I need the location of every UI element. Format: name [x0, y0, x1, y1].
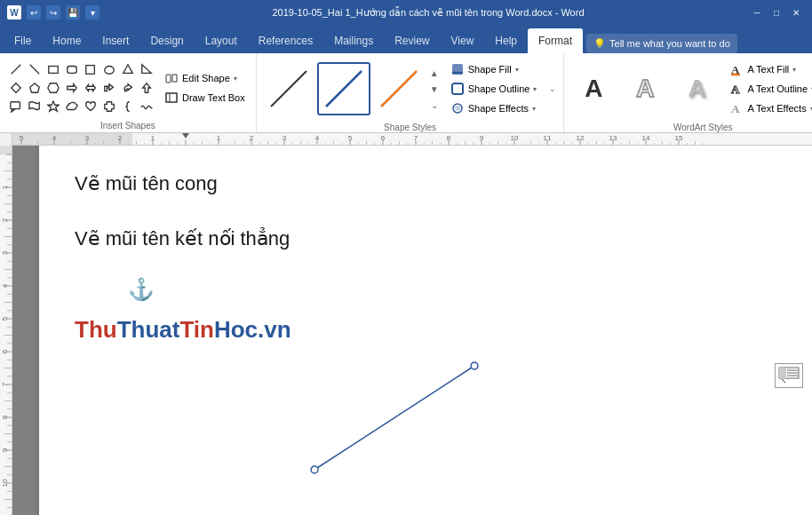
window-title: 2019-10-05_Hai 1_Hướng dẫn cách vẽ mũi t… — [108, 7, 748, 19]
svg-marker-7 — [142, 65, 152, 74]
shape-snip-rect[interactable] — [82, 60, 100, 78]
shape-line[interactable] — [7, 60, 25, 78]
style-sample-1[interactable] — [262, 62, 315, 115]
shape-wave-callout[interactable] — [26, 98, 44, 115]
shape-styles-expand[interactable]: ⌄ — [547, 83, 558, 94]
shape-right-triangle[interactable] — [138, 60, 155, 78]
style-more[interactable]: ⌄ — [427, 98, 442, 112]
tab-view[interactable]: View — [441, 28, 485, 53]
shape-arrow[interactable] — [63, 79, 81, 97]
svg-marker-15 — [12, 109, 15, 113]
insert-shapes-label: Insert Shapes — [100, 119, 155, 131]
shape-star[interactable] — [44, 98, 62, 115]
shape-up-arrow[interactable] — [138, 79, 155, 97]
svg-text:7: 7 — [414, 134, 418, 142]
shape-cross[interactable] — [100, 98, 118, 115]
tab-home[interactable]: Home — [42, 28, 92, 53]
svg-marker-11 — [68, 84, 77, 92]
insert-shapes-content: Edit Shape ▾ Draw Text Box — [5, 57, 251, 119]
shape-outline-btn[interactable]: Shape Outline ▾ — [445, 80, 543, 98]
text-fill-btn[interactable]: A A Text Fill ▾ — [724, 60, 812, 78]
tab-format[interactable]: Format — [528, 28, 583, 53]
save-icon[interactable]: 💾 — [66, 5, 80, 20]
title-bar-icons: W ↩ ↪ 💾 ▾ — [7, 5, 100, 20]
svg-text:4: 4 — [1, 283, 9, 288]
svg-rect-14 — [11, 102, 20, 109]
shape-rounded-rect[interactable] — [63, 60, 81, 78]
tab-layout[interactable]: Layout — [195, 28, 248, 53]
tab-mailings[interactable]: Mailings — [323, 28, 384, 53]
page-content: Vẽ mũi tên cong Vẽ mũi tên kết nối thẳng… — [39, 146, 812, 397]
svg-text:6: 6 — [1, 349, 9, 353]
title-bar: W ↩ ↪ 💾 ▾ 2019-10-05_Hai 1_Hướng dẫn các… — [0, 0, 812, 25]
svg-text:A: A — [731, 83, 740, 96]
svg-rect-19 — [166, 93, 177, 102]
style-sample-3[interactable] — [372, 62, 426, 115]
shape-brace[interactable] — [119, 98, 137, 115]
draw-text-box-btn[interactable]: Draw Text Box — [159, 89, 251, 107]
shape-styles-content: ▲ ▼ ⌄ Shape Fill ▾ Shape Outline ▾ Shape… — [262, 57, 559, 121]
svg-text:8: 8 — [447, 134, 451, 142]
shape-heart[interactable] — [82, 98, 100, 115]
shape-diagonal-line[interactable] — [26, 60, 44, 78]
shape-triangle[interactable] — [119, 60, 137, 78]
shape-double-arrow[interactable] — [82, 79, 100, 97]
shape-bent-arrow[interactable] — [100, 79, 118, 97]
wordart-sample-3[interactable]: A — [673, 63, 720, 115]
wordart-sample-1[interactable]: A — [569, 63, 617, 115]
shape-fill-btn[interactable]: Shape Fill ▾ — [445, 60, 543, 78]
tab-references[interactable]: References — [248, 28, 323, 53]
close-btn[interactable]: ✕ — [787, 4, 805, 21]
search-box[interactable]: 💡 Tell me what you want to do — [586, 34, 737, 53]
minimize-btn[interactable]: ─ — [748, 4, 766, 21]
svg-rect-40 — [12, 133, 132, 145]
svg-rect-2 — [49, 67, 59, 74]
shape-cloud[interactable] — [63, 98, 81, 115]
shape-diamond[interactable] — [7, 79, 25, 97]
tab-file[interactable]: File — [4, 28, 42, 53]
svg-text:2: 2 — [118, 134, 123, 142]
wordart-sample-2[interactable]: A — [621, 63, 669, 115]
tab-help[interactable]: Help — [484, 28, 528, 53]
wordart-styles-content: A A A A A Text Fill ▾ A A Text Outline ▾… — [569, 57, 812, 121]
svg-marker-18 — [172, 75, 177, 82]
document-page: Vẽ mũi tên cong Vẽ mũi tên kết nối thẳng… — [39, 146, 812, 515]
shape-effects-btn[interactable]: Shape Effects ▾ — [445, 99, 543, 117]
svg-line-21 — [271, 71, 306, 107]
svg-text:3: 3 — [283, 134, 287, 142]
svg-text:1: 1 — [1, 185, 9, 189]
ruler-corner — [0, 133, 12, 146]
svg-text:11: 11 — [544, 134, 552, 142]
edit-shape-btn[interactable]: Edit Shape ▾ — [159, 69, 251, 87]
tab-review[interactable]: Review — [384, 28, 440, 53]
redo-icon[interactable]: ↪ — [46, 5, 60, 20]
svg-text:5: 5 — [1, 316, 9, 321]
ruler-row: 54321123456789101112131415 — [0, 133, 812, 146]
text-effects-btn[interactable]: A A Text Effects ▾ — [724, 99, 812, 117]
ribbon-tabs: File Home Insert Design Layout Reference… — [0, 25, 812, 53]
customize-icon[interactable]: ▾ — [85, 5, 100, 20]
svg-text:7: 7 — [1, 382, 9, 386]
style-sample-2[interactable] — [317, 62, 370, 115]
edit-shape-arrow: ▾ — [234, 75, 237, 83]
shape-rectangle[interactable] — [44, 60, 62, 78]
wordart-options: A A Text Fill ▾ A A Text Outline ▾ A A T… — [722, 57, 812, 121]
wordart-samples: A A A — [569, 63, 720, 115]
tab-insert[interactable]: Insert — [92, 28, 139, 53]
brand-thu: Thu — [75, 316, 117, 343]
shape-callout[interactable] — [7, 98, 25, 115]
shape-curved-arrow[interactable] — [119, 79, 137, 97]
svg-point-209 — [311, 466, 318, 473]
shape-hexagon[interactable] — [44, 79, 62, 97]
canvas-area: Vẽ mũi tên cong Vẽ mũi tên kết nối thẳng… — [12, 146, 812, 515]
svg-rect-146 — [0, 146, 12, 515]
maximize-btn[interactable]: □ — [768, 4, 785, 21]
tab-design[interactable]: Design — [139, 28, 194, 53]
style-scroll-down[interactable]: ▼ — [427, 82, 442, 96]
shape-pentagon[interactable] — [26, 79, 44, 97]
undo-icon[interactable]: ↩ — [27, 5, 41, 20]
style-scroll-up[interactable]: ▲ — [427, 66, 442, 80]
shape-oval[interactable] — [100, 60, 118, 78]
shape-wave[interactable] — [138, 98, 155, 115]
text-outline-btn[interactable]: A A Text Outline ▾ — [724, 80, 812, 98]
